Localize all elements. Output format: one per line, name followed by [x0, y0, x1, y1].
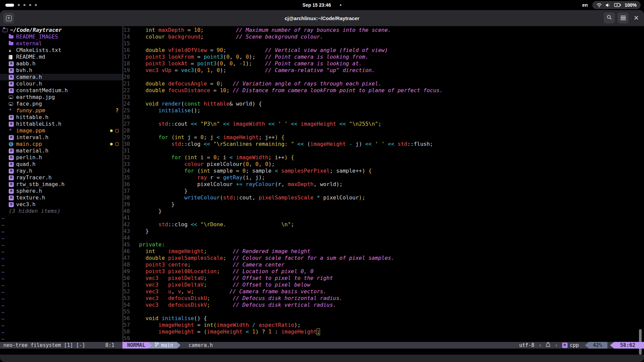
code-line[interactable]: 29 for (int j = 0; j < imageHeight; j++)…: [123, 134, 640, 141]
tree-root[interactable]: ~/Code/Raytracer: [0, 27, 123, 34]
code-line[interactable]: 54 vec3 defocusDiskV; // Defocus disk ve…: [123, 302, 640, 308]
tree-item[interactable]: Hsphere.h: [0, 188, 123, 194]
tree-item[interactable]: Hray.h: [0, 168, 123, 174]
code-line[interactable]: 50 vec3 pixelDeltaU; // Offset to pixel …: [123, 275, 640, 282]
code-line[interactable]: 26: [123, 114, 640, 121]
code-line[interactable]: 43 }: [123, 228, 640, 235]
tree-item-icon: C: [9, 142, 16, 146]
code-line[interactable]: 39 }: [123, 201, 640, 208]
code-area[interactable]: 13 int maxDepth = 10; // Maximum number …: [123, 27, 640, 342]
code-line[interactable]: 18 point3 lookAt = point3(0, 0, -1); // …: [123, 60, 640, 67]
tree-item[interactable]: Cmain.cpp: [0, 141, 123, 147]
code-line[interactable]: 32 for (int i = 0; i < imageWidth; i++) …: [123, 154, 640, 161]
code-line[interactable]: 56 void initialise() {: [123, 315, 640, 322]
clock[interactable]: Sep 15 23:46 ●: [303, 2, 341, 8]
code-token: "\n255\n": [349, 121, 378, 127]
code-line[interactable]: 51 vec3 pixelDeltaV; // Offset to pixel …: [123, 282, 640, 288]
tree-item[interactable]: *image.ppm: [0, 127, 123, 134]
tree-item[interactable]: README.md: [0, 54, 123, 60]
tree-item[interactable]: ▲CMakeLists.txt: [0, 47, 123, 54]
code-line[interactable]: 23: [123, 94, 640, 101]
window-separator[interactable]: [123, 26, 123, 349]
tree-item-label: face.png: [16, 101, 42, 107]
tree-item[interactable]: earthmap.jpg: [0, 94, 123, 101]
keyboard-layout[interactable]: en: [582, 2, 588, 8]
tree-item[interactable]: *funny.ppm?: [0, 107, 123, 114]
code-token: 0: [255, 161, 259, 168]
code-line[interactable]: 40 }: [123, 208, 640, 215]
git-branch-segment[interactable]: main: [149, 342, 180, 349]
code-line[interactable]: 45 private:: [123, 241, 640, 248]
tree-item[interactable]: Hhittable.h: [0, 114, 123, 121]
code-line[interactable]: 33 colour pixelColour(0, 0, 0);: [123, 161, 640, 168]
code-token: imageHeight: [207, 328, 243, 335]
code-line[interactable]: 36 pixelColour += rayColour(r, maxDepth,…: [123, 181, 640, 188]
code-token: [298, 121, 301, 127]
code-line[interactable]: 44: [123, 235, 640, 241]
code-line[interactable]: 22 double focusDistance = 10; // Distanc…: [123, 87, 640, 94]
code-line[interactable]: 30 std::clog << "\rScanlines remaining: …: [123, 141, 640, 147]
tilde-marker: ~: [1, 235, 5, 242]
tree-item[interactable]: Hbvh.h: [0, 67, 123, 74]
tree-item[interactable]: face.png: [0, 101, 123, 107]
tree-item[interactable]: Hvec3.h: [0, 201, 123, 208]
code-line[interactable]: 21 double defocusAngle = 0; // Variation…: [123, 80, 640, 87]
code-line[interactable]: 35 ray r = getRay(i, j);: [123, 174, 640, 181]
code-line[interactable]: 41: [123, 215, 640, 221]
code-line[interactable]: 37 }: [123, 188, 640, 194]
code-line[interactable]: 13 int maxDepth = 10; // Maximum number …: [123, 27, 640, 34]
tree-item[interactable]: external: [0, 40, 123, 47]
tree-item[interactable]: Hrtw_stb_image.h: [0, 181, 123, 188]
code-line[interactable]: 34 for (int sample = 0; sample < samples…: [123, 168, 640, 174]
tree-item[interactable]: HhittableList.h: [0, 121, 123, 127]
close-button[interactable]: ✕: [631, 12, 641, 23]
code-line[interactable]: 24 void render(const hittable& world) {: [123, 101, 640, 107]
code-line[interactable]: 46 int imageHeight; // Rendered image he…: [123, 248, 640, 255]
code-token: {: [369, 168, 372, 174]
code-line[interactable]: 15: [123, 40, 640, 47]
tree-item[interactable]: HconstantMedium.h: [0, 87, 123, 94]
hidden-items-note[interactable]: (3 hidden items): [0, 208, 123, 215]
tree-item[interactable]: HrayTracer.h: [0, 174, 123, 181]
code-token: <<: [191, 121, 197, 127]
tree-item[interactable]: Hquad.h: [0, 161, 123, 168]
tree-item[interactable]: Hmaterial.h: [0, 147, 123, 154]
code-line[interactable]: 20: [123, 74, 640, 80]
tree-item[interactable]: Htexture.h: [0, 194, 123, 201]
code-line[interactable]: 55: [123, 308, 640, 315]
code-token: [132, 101, 146, 107]
code-token: (: [220, 194, 223, 201]
code-line[interactable]: 48 point3 centre; // Camera center: [123, 261, 640, 268]
code-line[interactable]: 27 std::cout << "P3\n" << imageWidth << …: [123, 121, 640, 127]
code-line[interactable]: 14 colour background; // Scene backgroun…: [123, 34, 640, 40]
code-line[interactable]: 25 initialise();: [123, 107, 640, 114]
tree-item[interactable]: Hcamera.h: [0, 74, 123, 80]
code-line[interactable]: 19 vec3 vUp = vec3(0, 1, 0); // Camera-r…: [123, 67, 640, 74]
tree-item[interactable]: Hinterval.h: [0, 134, 123, 141]
code-line[interactable]: 31: [123, 147, 640, 154]
menu-button[interactable]: [618, 12, 629, 23]
tree-item[interactable]: Haabb.h: [0, 60, 123, 67]
workspace-indicator[interactable]: [5, 4, 37, 7]
code-line[interactable]: 52 vec3 u, v, w; // Camera frame basis v…: [123, 288, 640, 295]
code-line[interactable]: 47 double pixelSamplesScale; // Colour s…: [123, 255, 640, 261]
code-line[interactable]: 58 imageHeight = (imageHeight < 1) ? 1 :…: [123, 328, 640, 335]
code-line[interactable]: 49 point3 pixel00Location; // Location o…: [123, 268, 640, 275]
code-token: ; sample: [246, 168, 275, 174]
code-line[interactable]: 59: [123, 335, 640, 342]
code-token: colour: [146, 34, 165, 40]
tree-item[interactable]: Hcolour.h: [0, 80, 123, 87]
code-line[interactable]: 38 writeColour(std::cout, pixelSamplesSc…: [123, 194, 640, 201]
code-line[interactable]: 42 std::clog << "\rDone. \n";: [123, 221, 640, 228]
code-line[interactable]: 16 double vFieldOfView = 90; // Vertical…: [123, 47, 640, 54]
code-line[interactable]: 28: [123, 127, 640, 134]
quick-settings[interactable]: 100%: [592, 1, 641, 9]
file-tree: README_IMAGESexternal▲CMakeLists.txtREAD…: [0, 34, 123, 208]
tree-item[interactable]: Hperlin.h: [0, 154, 123, 161]
tree-item[interactable]: README_IMAGES: [0, 34, 123, 40]
code-line[interactable]: 17 point3 lookFrom = point3(0, 0, 0); //…: [123, 54, 640, 60]
code-token: );: [268, 161, 275, 168]
code-line[interactable]: 57 imageHeight = int(imageWidth / aspect…: [123, 322, 640, 328]
search-button[interactable]: [604, 12, 615, 23]
code-line[interactable]: 53 vec3 defocusDiskU; // Defocus disk ho…: [123, 295, 640, 302]
